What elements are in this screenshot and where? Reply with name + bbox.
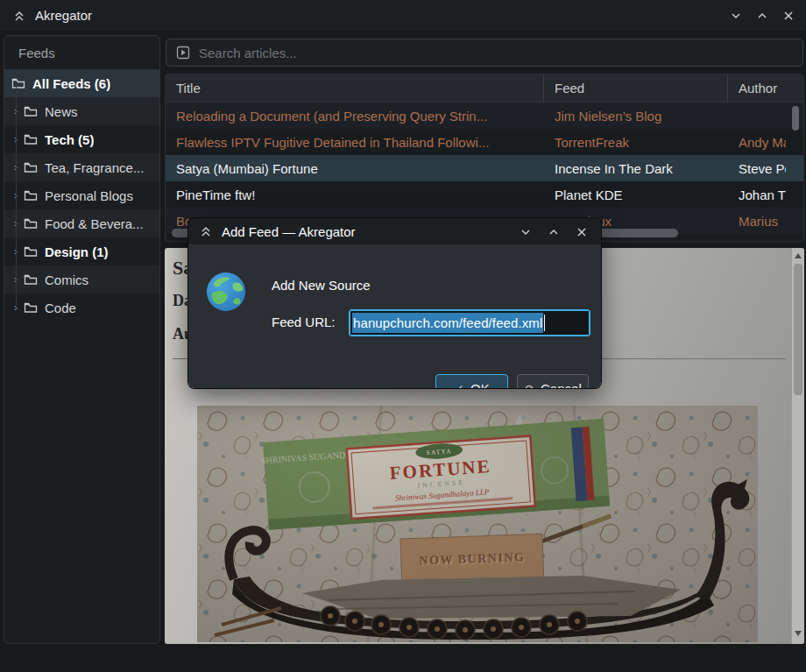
close-icon[interactable]	[778, 5, 799, 26]
expand-chevron-icon[interactable]: ›	[8, 189, 24, 202]
folder-icon	[24, 189, 38, 202]
text-caret	[544, 315, 545, 331]
search-filter-icon	[176, 46, 190, 60]
viewer-scrollbar[interactable]	[791, 248, 804, 644]
cancel-button[interactable]: ⊘ Cancel	[517, 374, 589, 388]
folder-icon	[24, 245, 38, 258]
article-photo: SHRINIVAS SUGANDHAL SATYA FORTUNE INCENS…	[197, 406, 758, 642]
article-rows: Reloading a Document (and Preserving Que…	[166, 103, 803, 234]
minimize-icon[interactable]	[725, 5, 746, 26]
dialog-body: Add New Source Feed URL: hanupchurch.com…	[188, 244, 601, 388]
feeds-header: Feeds	[4, 36, 159, 69]
column-header-feed[interactable]: Feed	[544, 74, 728, 103]
article-list-vscrollbar[interactable]	[790, 104, 801, 241]
sidebar-item-code[interactable]: › Code	[4, 294, 159, 322]
search-bar	[166, 39, 803, 67]
expand-chevron-icon[interactable]: ›	[8, 273, 24, 286]
folder-icon	[11, 77, 25, 89]
sidebar-item-news[interactable]: › News	[4, 97, 159, 125]
expand-chevron-icon[interactable]: ›	[8, 105, 24, 117]
close-icon[interactable]	[571, 222, 592, 243]
keep-above-icon[interactable]	[9, 5, 30, 26]
feeds-sidebar: Feeds All Feeds (6) › News › Tech (5) › …	[4, 35, 160, 644]
folder-icon	[24, 301, 38, 314]
cancel-slash-icon: ⊘	[524, 382, 534, 389]
folder-icon	[24, 105, 38, 117]
scroll-up-icon[interactable]	[795, 253, 802, 258]
expand-chevron-icon[interactable]: ›	[8, 161, 24, 173]
article-row[interactable]: PineTime ftw! Planet KDE Johan Th	[166, 181, 803, 208]
article-row-selected[interactable]: Satya (Mumbai) Fortune Incense In The Da…	[166, 155, 803, 181]
column-header-author[interactable]: Author	[728, 74, 803, 103]
column-header-title[interactable]: Title	[166, 74, 544, 103]
sidebar-item-personal-blogs[interactable]: › Personal Blogs	[4, 181, 159, 209]
feed-url-input[interactable]: hanupchurch.com/feed/feed.xml	[349, 309, 590, 336]
folder-icon	[24, 273, 38, 286]
sidebar-item-all-feeds[interactable]: All Feeds (6)	[4, 69, 159, 97]
maximize-icon[interactable]	[543, 222, 564, 243]
article-row[interactable]: Flawless IPTV Fugitive Detained in Thail…	[166, 129, 803, 155]
feed-url-selected-text: hanupchurch.com/feed/feed.xml	[352, 313, 543, 333]
add-feed-dialog: Add Feed — Akregator	[188, 218, 601, 388]
article-list-header: Title Feed Author	[166, 74, 803, 103]
sidebar-item-comics[interactable]: › Comics	[4, 265, 159, 294]
dialog-title: Add Feed — Akregator	[222, 224, 356, 239]
dialog-titlebar[interactable]: Add Feed — Akregator	[188, 218, 601, 244]
check-icon: ✓	[454, 382, 464, 389]
viewer-scroll-thumb[interactable]	[794, 264, 802, 395]
window-title: Akregator	[35, 8, 92, 23]
globe-icon	[205, 271, 247, 313]
folder-icon	[24, 161, 38, 173]
expand-chevron-icon[interactable]: ›	[8, 217, 24, 230]
expand-chevron-icon[interactable]: ›	[8, 133, 24, 145]
expand-chevron-icon[interactable]: ›	[8, 301, 24, 314]
keep-above-icon[interactable]	[195, 221, 216, 242]
feed-tree: All Feeds (6) › News › Tech (5) › Tea, F…	[4, 69, 159, 322]
maximize-icon[interactable]	[752, 5, 773, 26]
feed-url-label: Feed URL:	[272, 315, 336, 329]
minimize-icon[interactable]	[515, 222, 536, 243]
scroll-down-icon[interactable]	[795, 631, 802, 636]
ok-button[interactable]: ✓ OK	[435, 374, 508, 388]
article-row[interactable]: Reloading a Document (and Preserving Que…	[166, 103, 803, 129]
vscroll-thumb[interactable]	[792, 106, 799, 131]
search-input[interactable]	[199, 46, 802, 60]
window-titlebar[interactable]: Akregator	[0, 0, 806, 32]
sidebar-item-tech[interactable]: › Tech (5)	[4, 125, 159, 153]
folder-icon	[24, 133, 38, 145]
sidebar-item-tea-fragrance[interactable]: › Tea, Fragrance...	[4, 153, 159, 181]
expand-chevron-icon[interactable]: ›	[8, 245, 24, 258]
article-list: Title Feed Author Reloading a Document (…	[165, 74, 804, 242]
akregator-window: Akregator Feeds All Feeds (6) › News	[0, 0, 806, 672]
dialog-heading: Add New Source	[272, 278, 371, 293]
sidebar-item-design[interactable]: › Design (1)	[4, 237, 159, 265]
folder-icon	[24, 217, 38, 230]
sidebar-item-food-beverage[interactable]: › Food & Bevera...	[4, 209, 159, 237]
